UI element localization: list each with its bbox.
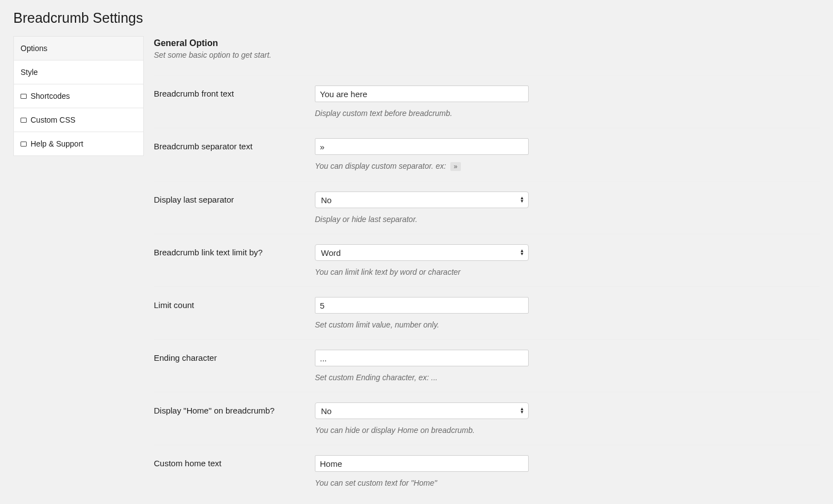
page-title: Breadcrumb Settings — [13, 10, 820, 26]
tab-options[interactable]: Options — [13, 36, 144, 61]
last-separator-select[interactable]: No — [315, 191, 529, 208]
field-display-last-separator: Display last separator No ▲▼ Display or … — [154, 181, 820, 234]
field-control: Word ▲▼ You can limit link text by word … — [315, 244, 820, 276]
limit-count-input[interactable] — [315, 297, 529, 314]
tab-help-support[interactable]: Help & Support — [13, 132, 144, 156]
field-hint: Display custom text before breadcrumb. — [315, 109, 820, 118]
field-front-text: Breadcrumb front text Display custom tex… — [154, 75, 820, 128]
field-ending-character: Ending character Set custom Ending chara… — [154, 339, 820, 392]
field-hint: You can limit link text by word or chara… — [315, 268, 820, 276]
ending-input[interactable] — [315, 350, 529, 366]
field-label: Display last separator — [154, 191, 315, 204]
tab-custom-css[interactable]: Custom CSS — [13, 108, 144, 132]
layout: Options Style Shortcodes Custom CSS Help… — [13, 36, 820, 497]
breadcrumb-settings-page: Breadcrumb Settings Options Style Shortc… — [0, 0, 833, 504]
front-text-input[interactable] — [315, 85, 529, 102]
field-display-home: Display "Home" on breadcrumb? No ▲▼ You … — [154, 392, 820, 445]
field-label: Display "Home" on breadcrumb? — [154, 402, 315, 415]
field-limit-by: Breadcrumb link text limit by? Word ▲▼ Y… — [154, 234, 820, 286]
field-hint: You can hide or display Home on breadcru… — [315, 426, 820, 435]
field-control: Set custom limit value, number only. — [315, 297, 820, 329]
field-hint: You can set custom text for "Home" — [315, 478, 820, 487]
field-limit-count: Limit count Set custom limit value, numb… — [154, 286, 820, 339]
options-panel: General Option Set some basic option to … — [144, 36, 820, 497]
tab-label: Shortcodes — [31, 92, 70, 100]
section-subtitle: Set some basic option to get start. — [154, 51, 820, 59]
tab-shortcodes[interactable]: Shortcodes — [13, 84, 144, 108]
field-control: Set custom Ending character, ex: ... — [315, 350, 820, 382]
home-text-input[interactable] — [315, 455, 529, 472]
tab-label: Custom CSS — [31, 115, 76, 124]
section-title: General Option — [154, 38, 820, 48]
field-label: Breadcrumb link text limit by? — [154, 244, 315, 257]
field-label: Breadcrumb front text — [154, 85, 315, 98]
separator-example-chip: » — [450, 162, 461, 171]
field-home-text: Custom home text You can set custom text… — [154, 445, 820, 497]
field-control: You can set custom text for "Home" — [315, 455, 820, 487]
tab-label: Help & Support — [31, 139, 83, 148]
field-hint: Display or hide last separator. — [315, 215, 820, 224]
field-hint: Set custom limit value, number only. — [315, 320, 820, 329]
field-separator-text: Breadcrumb separator text You can displa… — [154, 128, 820, 181]
field-label: Limit count — [154, 297, 315, 310]
limit-by-select[interactable]: Word — [315, 244, 529, 261]
field-control: No ▲▼ You can hide or display Home on br… — [315, 402, 820, 435]
field-control: No ▲▼ Display or hide last separator. — [315, 191, 820, 224]
settings-tabs-sidebar: Options Style Shortcodes Custom CSS Help… — [13, 36, 144, 156]
field-hint: Set custom Ending character, ex: ... — [315, 373, 820, 382]
tab-style[interactable]: Style — [13, 61, 144, 84]
tab-label: Options — [21, 44, 47, 53]
section-header: General Option Set some basic option to … — [154, 38, 820, 59]
field-label: Breadcrumb separator text — [154, 138, 315, 151]
field-label: Custom home text — [154, 455, 315, 468]
rect-icon — [21, 142, 27, 147]
field-control: You can display custom separator. ex: » — [315, 138, 820, 171]
display-home-select[interactable]: No — [315, 402, 529, 419]
field-label: Ending character — [154, 350, 315, 362]
separator-input[interactable] — [315, 138, 529, 155]
field-hint: You can display custom separator. ex: » — [315, 162, 820, 171]
tab-label: Style — [21, 68, 38, 77]
field-control: Display custom text before breadcrumb. — [315, 85, 820, 118]
rect-icon — [21, 118, 27, 123]
rect-icon — [21, 94, 27, 99]
